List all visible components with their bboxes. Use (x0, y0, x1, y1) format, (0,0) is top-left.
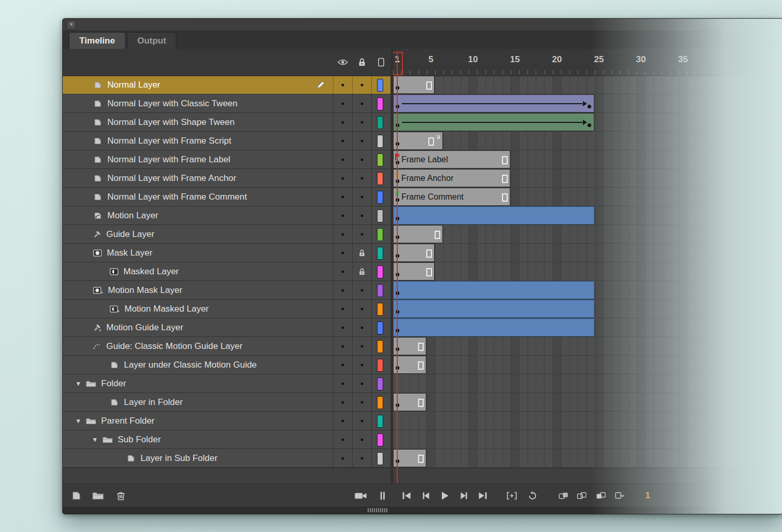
outline-color-swatch[interactable] (377, 209, 383, 222)
outline-color-swatch[interactable] (377, 377, 383, 390)
layer-row[interactable]: Motion Mask Layer (63, 281, 393, 300)
frame-label-span[interactable]: Frame Label (393, 150, 510, 169)
frame-row[interactable] (393, 206, 782, 225)
folder-expander-icon[interactable]: ▼ (75, 380, 86, 387)
lock-toggle[interactable] (361, 307, 364, 310)
outline-color-swatch[interactable] (377, 116, 383, 129)
current-frame-indicator[interactable]: 1 (645, 491, 650, 501)
outline-color-swatch[interactable] (377, 284, 383, 297)
lock-toggle[interactable] (361, 363, 364, 366)
frame-number[interactable]: 10 (468, 54, 478, 65)
loop-icon[interactable] (527, 491, 538, 500)
frame-row[interactable] (393, 94, 782, 113)
tab-timeline[interactable]: Timeline (69, 32, 125, 49)
onion-skin-icon[interactable] (558, 492, 569, 500)
outline-color-swatch[interactable] (377, 191, 383, 204)
lock-toggle[interactable] (361, 345, 364, 347)
playhead[interactable] (397, 52, 398, 483)
frame-row[interactable] (393, 449, 782, 468)
layer-row[interactable]: Motion Masked Layer (63, 300, 393, 318)
scrollbar-grip[interactable] (368, 508, 387, 512)
frame-anchor-span[interactable]: Frame Anchor (393, 169, 510, 187)
frame-number[interactable]: 35 (678, 54, 688, 65)
classic-tween-span[interactable] (393, 94, 594, 113)
frame-row[interactable] (393, 225, 782, 244)
close-icon[interactable]: × (66, 20, 76, 30)
layer-row[interactable]: Motion Guide Layer (63, 318, 393, 337)
static-frame-span[interactable] (393, 225, 443, 243)
lock-toggle[interactable] (361, 195, 364, 198)
layer-row[interactable]: Normal Layer with Classic Tween (63, 94, 393, 113)
visibility-toggle[interactable] (342, 326, 344, 329)
visibility-toggle[interactable] (342, 363, 344, 366)
folder-expander-icon[interactable]: ▼ (92, 436, 102, 443)
outline-color-swatch[interactable] (377, 265, 383, 278)
outline-color-swatch[interactable] (377, 172, 383, 185)
outline-color-swatch[interactable] (377, 97, 383, 110)
outline-color-swatch[interactable] (377, 228, 383, 241)
motion-tween-span[interactable] (393, 318, 594, 337)
outline-color-swatch[interactable] (377, 340, 383, 353)
lock-icon[interactable] (358, 58, 366, 67)
outline-color-swatch[interactable] (377, 247, 383, 260)
outline-color-swatch[interactable] (377, 153, 383, 166)
visibility-toggle[interactable] (342, 438, 344, 441)
visibility-toggle[interactable] (342, 345, 344, 347)
frame-row[interactable]: //Frame Comment (393, 188, 782, 206)
pane-divider[interactable] (390, 49, 393, 483)
layer-lock-icon[interactable] (359, 268, 366, 275)
visibility-toggle[interactable] (342, 270, 344, 273)
static-frame-span[interactable] (393, 244, 435, 262)
visibility-toggle[interactable] (342, 233, 344, 235)
visibility-toggle[interactable] (342, 158, 344, 161)
layer-lock-icon[interactable] (359, 249, 366, 257)
lock-toggle[interactable] (361, 83, 364, 86)
layer-row[interactable]: Masked Layer (63, 262, 393, 281)
layer-row[interactable]: Guide: Classic Motion Guide Layer (63, 337, 393, 356)
frame-row[interactable] (393, 356, 782, 374)
visibility-toggle[interactable] (342, 419, 344, 422)
frame-row[interactable]: Frame Anchor (393, 169, 782, 188)
lock-toggle[interactable] (361, 177, 364, 179)
frame-row[interactable] (393, 113, 782, 132)
frame-row[interactable] (393, 337, 782, 356)
folder-expander-icon[interactable]: ▼ (75, 417, 86, 425)
lock-toggle[interactable] (361, 326, 364, 329)
outline-color-swatch[interactable] (377, 359, 383, 372)
frame-row[interactable] (393, 374, 782, 393)
eye-icon[interactable] (338, 59, 348, 66)
outline-color-swatch[interactable] (377, 303, 383, 316)
lock-toggle[interactable] (361, 158, 364, 161)
visibility-toggle[interactable] (342, 401, 344, 403)
frame-number[interactable]: 5 (428, 54, 433, 65)
lock-toggle[interactable] (361, 419, 364, 422)
visibility-toggle[interactable] (342, 214, 344, 217)
shape-tween-span[interactable] (393, 113, 594, 131)
lock-toggle[interactable] (361, 139, 364, 142)
motion-tween-span[interactable] (393, 281, 594, 299)
marker-icon[interactable] (380, 491, 386, 500)
layer-row[interactable]: Motion Layer (63, 206, 393, 225)
outline-color-swatch[interactable] (377, 452, 383, 465)
frame-row[interactable] (393, 318, 782, 337)
play-icon[interactable] (440, 491, 450, 500)
layer-row[interactable]: Mask Layer (63, 244, 393, 262)
new-folder-icon[interactable] (92, 491, 104, 500)
lock-toggle[interactable] (361, 457, 364, 459)
visibility-toggle[interactable] (342, 307, 344, 310)
step-back-icon[interactable] (422, 491, 431, 500)
frame-row[interactable]: Frame Label (393, 150, 782, 169)
lock-toggle[interactable] (361, 233, 364, 235)
frame-row[interactable] (393, 262, 782, 281)
outline-color-swatch[interactable] (377, 396, 383, 409)
lock-toggle[interactable] (361, 289, 364, 291)
outline-color-swatch[interactable] (377, 135, 383, 148)
visibility-toggle[interactable] (342, 251, 344, 254)
go-to-first-frame-icon[interactable] (401, 491, 412, 500)
lock-toggle[interactable] (361, 214, 364, 217)
frame-comment-span[interactable]: //Frame Comment (393, 188, 510, 206)
frame-row[interactable] (393, 430, 782, 449)
visibility-toggle[interactable] (342, 289, 344, 291)
layer-row[interactable]: ▼Parent Folder (63, 412, 393, 430)
visibility-toggle[interactable] (342, 457, 344, 459)
